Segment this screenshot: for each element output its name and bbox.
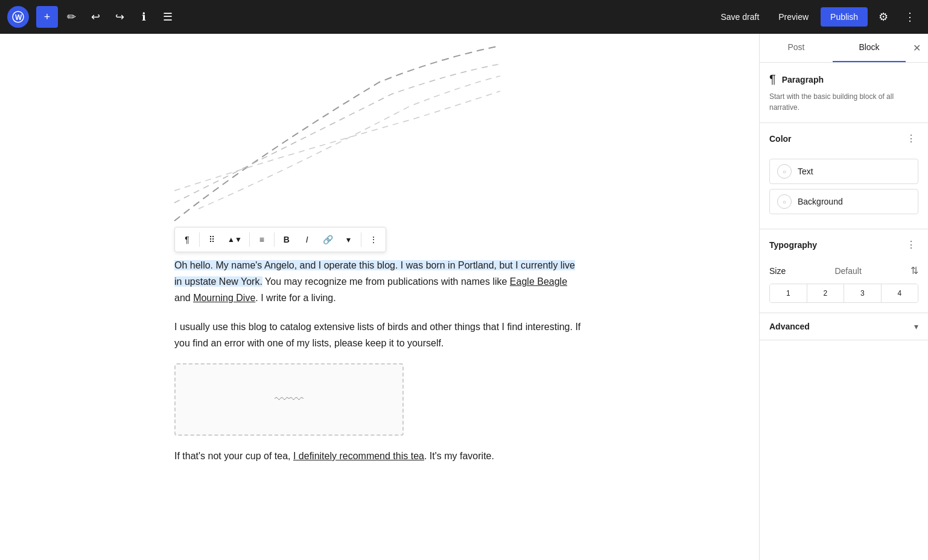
font-size-row: Size Default ⇅ (769, 265, 918, 276)
up-down-arrow-icon: ▲▼ (227, 235, 242, 244)
block-info: ¶ Paragraph Start with the basic buildin… (760, 63, 928, 123)
settings-button[interactable]: ⚙ (872, 6, 894, 28)
drag-icon: ⠿ (209, 235, 215, 244)
align-button[interactable]: ≡ (252, 230, 272, 249)
link-button[interactable]: 🔗 (318, 230, 338, 249)
undo-button[interactable]: ↩ (84, 6, 106, 28)
details-button[interactable]: ℹ (133, 6, 154, 28)
toolbar-divider-3 (274, 232, 275, 247)
typography-section-header[interactable]: Typography ⋮ (760, 229, 928, 260)
editor-canvas: ¶ ⠿ ▲▼ ≡ B I (138, 34, 621, 560)
block-title: Paragraph (782, 75, 824, 84)
image-placeholder-block[interactable]: 〰〰 (174, 363, 404, 436)
typography-section: Typography ⋮ Size Default ⇅ 1 2 3 4 (760, 229, 928, 313)
paragraph-icon: ¶ (185, 235, 189, 244)
ellipsis-icon: ⋮ (904, 10, 915, 24)
text-color-option[interactable]: ○ Text (769, 159, 918, 184)
paragraph1-and: and (174, 293, 193, 303)
paragraph3-start: If that's not your cup of tea, (174, 451, 293, 461)
image-placeholder-icon: 〰〰 (275, 391, 304, 408)
more-options-button[interactable]: ⋮ (899, 6, 921, 28)
typography-section-actions: ⋮ (904, 238, 918, 252)
move-up-down-button[interactable]: ▲▼ (223, 230, 247, 249)
typography-content: Size Default ⇅ 1 2 3 4 (760, 260, 928, 313)
wp-logo: W (7, 6, 29, 28)
main-layout: ¶ ⠿ ▲▼ ≡ B I (0, 34, 928, 560)
tab-block[interactable]: Block (833, 34, 906, 62)
close-sidebar-button[interactable]: ✕ (906, 34, 928, 62)
decorative-lines (138, 34, 500, 227)
block-description: Start with the basic building block of a… (769, 91, 918, 113)
toolbar-divider-1 (199, 232, 200, 247)
sidebar-tabs: Post Block ✕ (760, 34, 928, 63)
publish-button[interactable]: Publish (821, 7, 868, 27)
editor-area[interactable]: ¶ ⠿ ▲▼ ≡ B I (0, 34, 759, 560)
typography-more-button[interactable]: ⋮ (904, 238, 918, 252)
font-size-1-button[interactable]: 1 (770, 284, 807, 302)
paragraph2-text: I usually use this blog to catalog exten… (174, 322, 580, 348)
edit-mode-button[interactable]: ✏ (60, 6, 82, 28)
paragraph3-end: . It's my favorite. (424, 451, 494, 461)
info-icon: ℹ (142, 10, 146, 24)
color-section: Color ⋮ ○ Text ○ Background (760, 123, 928, 229)
list-view-button[interactable]: ☰ (157, 6, 179, 28)
recommend-tea-link[interactable]: I definitely recommend this tea (293, 451, 424, 461)
paragraph-block-1[interactable]: Oh hello. My name's Angelo, and I operat… (174, 257, 585, 307)
color-section-header[interactable]: Color ⋮ (760, 123, 928, 154)
more-rich-text-button[interactable]: ▾ (339, 230, 358, 249)
chevron-down-icon: ▾ (914, 322, 918, 331)
mourning-dive-link[interactable]: Mourning Dive (193, 293, 255, 303)
three-dots-icon: ⋮ (369, 235, 378, 244)
save-draft-button[interactable]: Save draft (713, 8, 766, 25)
paragraph1-end: . I write for a living. (255, 293, 335, 303)
color-options: ○ Text ○ Background (760, 154, 928, 229)
size-label: Size (769, 266, 786, 276)
font-size-4-button[interactable]: 4 (882, 284, 918, 302)
eagle-beagle-link[interactable]: Eagle Beagle (510, 276, 567, 287)
bold-icon: B (284, 235, 290, 244)
block-options-button[interactable]: ⋮ (364, 230, 383, 249)
link-icon: 🔗 (323, 235, 333, 244)
paragraph-block-2[interactable]: I usually use this blog to catalog exten… (174, 319, 585, 351)
font-size-2-button[interactable]: 2 (807, 284, 845, 302)
pencil-icon: ✏ (67, 10, 76, 24)
text-color-circle: ○ (777, 164, 792, 179)
text-color-label: Text (798, 167, 813, 176)
gear-icon: ⚙ (879, 10, 888, 24)
close-icon: ✕ (913, 42, 921, 54)
add-icon: + (44, 11, 51, 24)
advanced-section-header[interactable]: Advanced ▾ (760, 313, 928, 340)
redo-button[interactable]: ↪ (109, 6, 130, 28)
align-icon: ≡ (259, 235, 264, 244)
block-info-header: ¶ Paragraph (769, 72, 918, 86)
font-size-3-button[interactable]: 3 (844, 284, 882, 302)
toolbar-divider-2 (249, 232, 250, 247)
bold-button[interactable]: B (277, 230, 296, 249)
background-color-circle: ○ (777, 194, 792, 209)
block-toolbar: ¶ ⠿ ▲▼ ≡ B I (174, 227, 386, 252)
background-color-label: Background (798, 197, 843, 206)
toolbar-right: Save draft Preview Publish ⚙ ⋮ (713, 6, 921, 28)
size-value: Default (834, 266, 861, 276)
paragraph-block-3[interactable]: If that's not your cup of tea, I definit… (174, 448, 585, 464)
add-block-button[interactable]: + (36, 6, 58, 28)
undo-icon: ↩ (91, 10, 100, 24)
block-type-button[interactable]: ¶ (177, 230, 197, 249)
size-adjuster-button[interactable]: ⇅ (911, 265, 918, 276)
color-section-title: Color (769, 134, 792, 144)
list-icon: ☰ (163, 10, 173, 24)
right-sidebar: Post Block ✕ ¶ Paragraph Start with the … (759, 34, 928, 560)
tab-post[interactable]: Post (760, 34, 833, 62)
italic-button[interactable]: I (297, 230, 317, 249)
redo-icon: ↪ (115, 10, 124, 24)
color-more-button[interactable]: ⋮ (904, 132, 918, 145)
paragraph1-rest: You may recognize me from publications w… (262, 276, 510, 287)
paragraph-block-icon: ¶ (769, 72, 776, 86)
advanced-section: Advanced ▾ (760, 313, 928, 340)
typography-section-title: Typography (769, 240, 817, 250)
drag-handle-button[interactable]: ⠿ (202, 230, 221, 249)
toolbar-divider-4 (361, 232, 361, 247)
preview-button[interactable]: Preview (771, 8, 816, 25)
svg-text:W: W (15, 13, 22, 22)
background-color-option[interactable]: ○ Background (769, 189, 918, 214)
